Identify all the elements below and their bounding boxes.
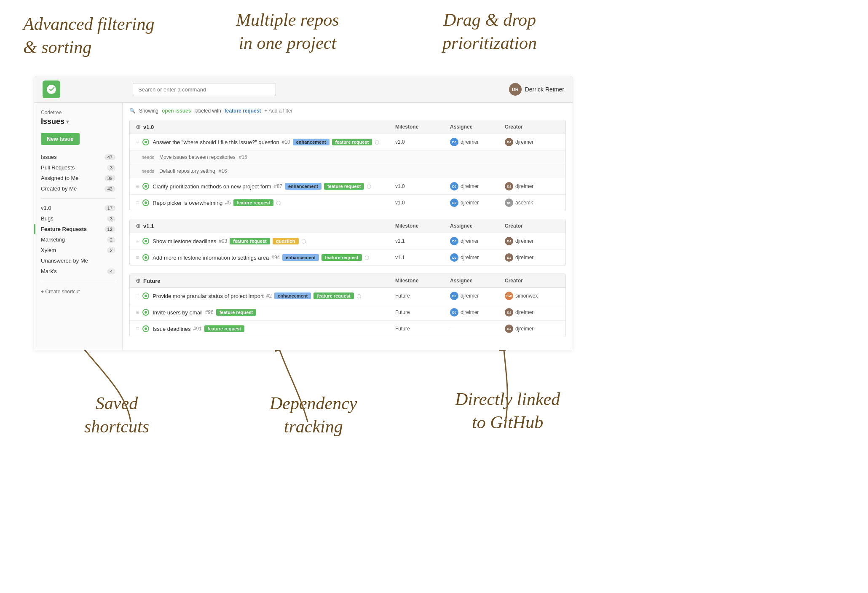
- sidebar-item-issues[interactable]: Issues 47: [34, 152, 122, 162]
- sidebar-shortcut-marks[interactable]: Mark's 4: [34, 266, 122, 276]
- sidebar-shortcut-bugs[interactable]: Bugs 3: [34, 213, 122, 224]
- group-title: v1.0: [143, 124, 154, 130]
- avatar: SW: [505, 292, 513, 300]
- dependency-icon: ⬡: [375, 139, 379, 145]
- sidebar-section-title[interactable]: Issues ▾: [34, 117, 122, 130]
- annotation-advanced-filtering: Advanced filtering & sorting: [23, 13, 154, 59]
- app-logo[interactable]: [43, 80, 60, 98]
- sidebar-item-pull-requests[interactable]: Pull Requests 3: [34, 162, 122, 173]
- drag-handle[interactable]: ≡: [136, 309, 139, 316]
- issue-title[interactable]: Answer the "where should I file this iss…: [153, 139, 279, 145]
- col-header-assignee: Assignee: [450, 278, 505, 284]
- label-enhancement[interactable]: enhancement: [293, 139, 330, 145]
- issue-number: #87: [274, 183, 282, 189]
- label-feature-request[interactable]: feature request: [321, 254, 362, 261]
- issue-status-icon: [142, 325, 149, 332]
- issue-milestone: v1.1: [395, 238, 450, 244]
- filter-open-issues[interactable]: open issues: [162, 108, 191, 114]
- table-row: ≡ Invite users by email #96 feature requ…: [130, 304, 565, 321]
- issue-milestone: v1.0: [395, 200, 450, 206]
- badge: 3: [107, 165, 115, 171]
- issue-assignee: DJ djreimer: [450, 138, 505, 146]
- label-feature-request[interactable]: feature request: [230, 238, 270, 244]
- issue-assignee: DJ djreimer: [450, 199, 505, 207]
- new-issue-button[interactable]: New Issue: [41, 133, 80, 145]
- label-enhancement[interactable]: enhancement: [282, 254, 319, 261]
- sidebar-divider-2: [41, 281, 115, 281]
- col-header-assignee: Assignee: [450, 223, 505, 229]
- issue-cols: Future DJ djreimer SW simonwex: [395, 292, 560, 300]
- drag-handle[interactable]: ≡: [136, 199, 139, 206]
- group-header-v10: ⊕ v1.0 Milestone Assignee Creator: [130, 120, 565, 134]
- annotation-dependency-tracking: Dependency tracking: [270, 392, 357, 438]
- drag-handle[interactable]: ≡: [136, 238, 139, 244]
- sidebar-shortcut-unanswered[interactable]: Unanswered by Me: [34, 255, 122, 266]
- issue-creator: DJ djreimer: [505, 182, 560, 191]
- drag-handle[interactable]: ≡: [136, 183, 139, 190]
- issues-panel: 🔍 Showing open issues labeled with featu…: [123, 103, 573, 350]
- filter-labeled-with: labeled with: [194, 108, 221, 114]
- badge: 4: [107, 268, 115, 274]
- issue-creator: DJ djreimer: [505, 308, 560, 317]
- badge: 12: [104, 226, 115, 232]
- annotation-multiple-repos: Multiple repos in one project: [236, 8, 339, 54]
- label-enhancement[interactable]: enhancement: [274, 292, 311, 299]
- badge: 2: [107, 247, 115, 253]
- search-input[interactable]: [133, 83, 276, 96]
- avatar: DJ: [450, 138, 458, 146]
- label-feature-request[interactable]: feature request: [216, 309, 256, 316]
- badge: 39: [104, 175, 115, 181]
- table-row: ≡ Issue deadlines #91 feature request Fu…: [130, 321, 565, 337]
- issue-cols: Future DJ djreimer DJ djreimer: [395, 308, 560, 317]
- sidebar-shortcut-feature-requests[interactable]: Feature Requests 12: [34, 224, 122, 234]
- issue-group-v10: ⊕ v1.0 Milestone Assignee Creator ≡ Answ…: [129, 120, 566, 211]
- sidebar: Codetree Issues ▾ New Issue Issues 47 Pu…: [34, 103, 123, 350]
- add-filter-link[interactable]: + Add a filter: [264, 108, 292, 114]
- col-header-creator: Creator: [505, 223, 560, 229]
- sub-issue-title[interactable]: Move issues between repositories: [159, 154, 236, 160]
- drag-handle[interactable]: ≡: [136, 254, 139, 261]
- col-header-creator: Creator: [505, 278, 560, 284]
- issue-title[interactable]: Show milestone deadlines: [153, 238, 216, 244]
- issue-status-icon: [142, 254, 149, 261]
- table-row: ≡ Show milestone deadlines #93 feature r…: [130, 233, 565, 250]
- col-header-assignee: Assignee: [450, 124, 505, 130]
- issue-title[interactable]: Issue deadlines: [153, 326, 190, 332]
- sidebar-item-assigned-to-me[interactable]: Assigned to Me 39: [34, 173, 122, 183]
- issue-title[interactable]: Provide more granular status of project …: [153, 293, 264, 299]
- drag-handle[interactable]: ≡: [136, 292, 139, 299]
- label-feature-request[interactable]: feature request: [313, 292, 354, 299]
- label-feature-request[interactable]: feature request: [233, 199, 273, 206]
- avatar: DJ: [505, 182, 513, 191]
- app-wrapper: DR Derrick Reimer Codetree Issues ▾ New …: [34, 76, 573, 350]
- sidebar-shortcut-marketing[interactable]: Marketing 2: [34, 234, 122, 245]
- label-enhancement[interactable]: enhancement: [285, 183, 321, 190]
- sidebar-item-created-by-me[interactable]: Created by Me 42: [34, 183, 122, 194]
- issue-number: #2: [266, 293, 272, 299]
- issue-title[interactable]: Clarify prioritization methods on new pr…: [153, 183, 271, 190]
- issue-title[interactable]: Add more milestone information to settin…: [153, 255, 269, 261]
- avatar: DR: [509, 83, 522, 96]
- search-bar[interactable]: [133, 83, 276, 96]
- sidebar-org: Codetree: [34, 110, 122, 117]
- issue-assignee: DJ djreimer: [450, 253, 505, 262]
- label-feature-request[interactable]: feature request: [204, 325, 244, 332]
- label-feature-request[interactable]: feature request: [332, 139, 372, 145]
- drag-handle[interactable]: ≡: [136, 325, 139, 332]
- label-feature-request[interactable]: feature request: [324, 183, 364, 190]
- col-header-creator: Creator: [505, 124, 560, 130]
- issue-title[interactable]: Repo picker is overwhelming: [153, 200, 222, 206]
- label-question[interactable]: question: [273, 238, 299, 244]
- issue-title[interactable]: Invite users by email: [153, 309, 203, 316]
- issue-cols: v1.1 DJ djreimer DJ djreimer: [395, 253, 560, 262]
- group-title: v1.1: [143, 223, 154, 229]
- sidebar-shortcut-xylem[interactable]: Xylem 2: [34, 245, 122, 255]
- drag-handle[interactable]: ≡: [136, 139, 139, 145]
- filter-showing: Showing: [139, 108, 158, 114]
- issue-creator: SW simonwex: [505, 292, 560, 300]
- create-shortcut-link[interactable]: + Create shortcut: [34, 285, 122, 298]
- filter-feature-request[interactable]: feature request: [225, 108, 261, 114]
- sub-issue-title[interactable]: Default repository setting: [159, 168, 215, 174]
- sidebar-shortcut-v10[interactable]: v1.0 17: [34, 203, 122, 213]
- milestone-icon: ⊕: [136, 223, 141, 229]
